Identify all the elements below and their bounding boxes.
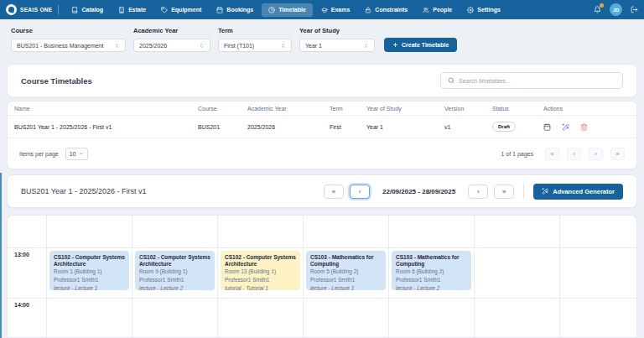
seats-one-logo[interactable]: SEAtS ONE bbox=[6, 4, 52, 15]
event-card[interactable]: CS102 - Computer Systems Architecture Ro… bbox=[49, 251, 129, 290]
nav-item-constraints[interactable]: Constraints bbox=[358, 3, 414, 17]
event-professor: Professor1 Smith1 bbox=[310, 277, 382, 283]
table-row[interactable]: BUS201 Year 1 - 2025/2026 - First v1 BUS… bbox=[8, 116, 636, 138]
filter-year-of-study: Year of Study Year 1 bbox=[299, 27, 375, 52]
event-card[interactable]: CS103 - Mathematics for Computing Room 6… bbox=[392, 251, 471, 290]
sorter-icon bbox=[363, 43, 369, 49]
grid-cell: CS102 - Computer Systems Architecture Ro… bbox=[218, 248, 304, 298]
nav-label: Exams bbox=[331, 7, 351, 13]
advanced-generator-button[interactable]: Advanced Generator bbox=[533, 184, 623, 200]
event-title: CS102 - Computer Systems Architecture bbox=[225, 254, 296, 268]
col-header-version: Version bbox=[444, 106, 492, 112]
event-professor: Professor1 Smith1 bbox=[396, 277, 467, 283]
nav-label: Equipment bbox=[171, 7, 201, 13]
chevron-down-icon bbox=[79, 151, 84, 156]
nav-item-exams[interactable]: Exams bbox=[314, 3, 357, 17]
nav-item-bookings[interactable]: Bookings bbox=[210, 3, 260, 17]
user-avatar[interactable]: JD bbox=[610, 3, 622, 16]
nav-label: Settings bbox=[477, 7, 501, 13]
trash-icon[interactable] bbox=[580, 123, 588, 131]
grid-row-13-00: 13:00 CS102 - Computer Systems Architect… bbox=[8, 247, 636, 298]
search-input[interactable] bbox=[459, 78, 615, 84]
schedule-header-panel: BUS201 Year 1 - 2025/2026 - First v1 « ‹… bbox=[7, 174, 637, 208]
col-header-status: Status bbox=[492, 106, 543, 112]
cell-academic-year: 2025/2026 bbox=[247, 124, 330, 130]
event-professor: Professor1 Smith1 bbox=[139, 277, 210, 283]
col-header-name: Name bbox=[14, 106, 198, 112]
next-year-button[interactable]: » bbox=[494, 185, 514, 199]
pagination-bar: Items per page 10 1 of 1 pages « ‹ › » bbox=[8, 138, 636, 169]
navbar-right: JD bbox=[594, 3, 638, 16]
grid-row-top bbox=[8, 216, 636, 247]
nav-item-people[interactable]: People bbox=[416, 3, 459, 17]
course-label: Course bbox=[11, 27, 126, 34]
settings-gear-icon bbox=[467, 7, 474, 13]
next-page-button[interactable]: › bbox=[589, 148, 603, 160]
first-page-button[interactable]: « bbox=[545, 148, 559, 160]
create-timetable-button[interactable]: Create Timetable bbox=[384, 38, 457, 52]
exams-graduation-cap-icon bbox=[321, 7, 328, 13]
grid-cell bbox=[218, 216, 304, 247]
grid-cell bbox=[304, 299, 389, 337]
event-type: lecture - Lecture 2 bbox=[139, 285, 210, 290]
nav-divider bbox=[58, 5, 59, 14]
nav-item-settings[interactable]: Settings bbox=[460, 3, 507, 17]
col-header-course: Course bbox=[198, 106, 247, 112]
nav-item-estate[interactable]: Estate bbox=[112, 3, 153, 17]
magic-wand-icon bbox=[542, 188, 548, 195]
prev-week-button[interactable]: ‹ bbox=[350, 185, 370, 199]
logout-icon[interactable] bbox=[631, 6, 638, 13]
timetable-clock-icon bbox=[268, 7, 275, 13]
nav-item-catalog[interactable]: Catalog bbox=[65, 3, 110, 17]
year-of-study-value: Year 1 bbox=[305, 43, 322, 49]
advanced-generator-label: Advanced Generator bbox=[553, 188, 615, 195]
academic-year-select[interactable]: 2025/2026 bbox=[133, 39, 210, 52]
event-card[interactable]: CS102 - Computer Systems Architecture Ro… bbox=[221, 251, 300, 290]
grid-cell: CS103 - Mathematics for Computing Room 5… bbox=[304, 248, 389, 298]
grid-cell bbox=[304, 216, 389, 247]
prev-page-button[interactable]: ‹ bbox=[567, 148, 581, 160]
top-navbar: SEAtS ONE Catalog Estate Equipment Booki… bbox=[0, 0, 644, 19]
next-week-button[interactable]: › bbox=[468, 185, 488, 199]
seats-logo-icon bbox=[6, 4, 17, 15]
divider bbox=[523, 184, 524, 199]
notifications-bell-icon[interactable] bbox=[594, 6, 601, 13]
filter-course: Course BUS201 - Business Management bbox=[11, 27, 126, 52]
nav-label: Catalog bbox=[81, 7, 103, 13]
nav-label: Constraints bbox=[375, 7, 408, 13]
grid-row-14-00: 14:00 bbox=[8, 298, 636, 337]
event-card[interactable]: CS102 - Computer Systems Architecture Ro… bbox=[135, 251, 215, 290]
course-select[interactable]: BUS201 - Business Management bbox=[11, 39, 126, 52]
sorter-icon bbox=[114, 43, 120, 49]
time-label: 13:00 bbox=[8, 248, 47, 298]
items-per-page-value: 10 bbox=[70, 151, 76, 157]
grid-cell bbox=[47, 216, 132, 247]
cell-term: First bbox=[330, 124, 366, 130]
grid-cell bbox=[475, 248, 560, 298]
event-type: tutorial - Tutorial 1 bbox=[225, 285, 296, 290]
grid-cell: CS102 - Computer Systems Architecture Ro… bbox=[47, 248, 132, 298]
cell-name: BUS201 Year 1 - 2025/2026 - First v1 bbox=[14, 124, 198, 130]
course-timetables-panel: Course Timetables bbox=[7, 64, 637, 97]
grid-cell bbox=[47, 299, 132, 337]
nav-item-timetable[interactable]: Timetable bbox=[262, 3, 313, 17]
search-box[interactable] bbox=[440, 72, 623, 89]
year-of-study-select[interactable]: Year 1 bbox=[299, 39, 375, 52]
academic-year-label: Academic Year bbox=[133, 27, 210, 34]
sorter-icon bbox=[199, 43, 205, 49]
estate-building-icon bbox=[118, 7, 125, 13]
page-info: 1 of 1 pages bbox=[501, 151, 533, 157]
nav-item-equipment[interactable]: Equipment bbox=[154, 3, 208, 17]
magic-wand-icon[interactable] bbox=[562, 123, 569, 131]
col-header-year-of-study: Year of Study bbox=[366, 106, 444, 112]
items-per-page-select[interactable]: 10 bbox=[65, 148, 88, 160]
brand-text: SEAtS ONE bbox=[20, 7, 52, 13]
event-professor: Professor1 Smith1 bbox=[54, 277, 125, 283]
last-page-button[interactable]: » bbox=[610, 148, 625, 160]
term-select[interactable]: First (T101) bbox=[218, 39, 292, 52]
notification-dot bbox=[600, 3, 604, 8]
prev-year-button[interactable]: « bbox=[324, 185, 344, 199]
pagination-buttons: « ‹ › » bbox=[545, 148, 625, 160]
calendar-icon[interactable] bbox=[543, 123, 551, 131]
event-card[interactable]: CS103 - Mathematics for Computing Room 5… bbox=[306, 251, 386, 290]
